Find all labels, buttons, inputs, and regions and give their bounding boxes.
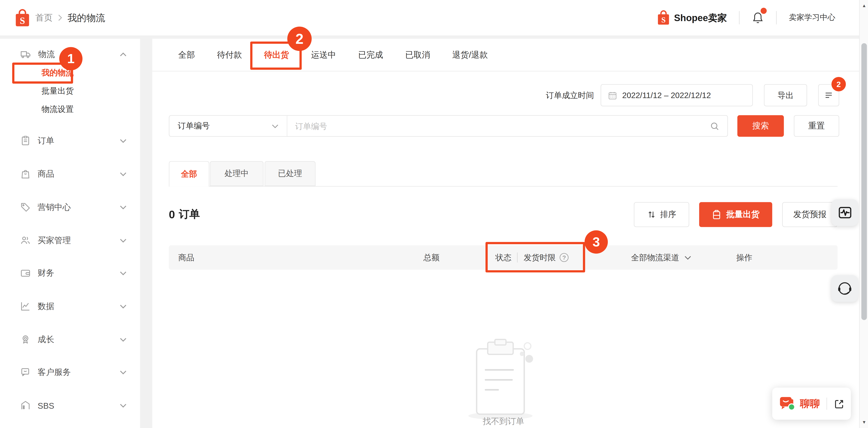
tab-all[interactable]: 全部 [178, 50, 195, 60]
chat-widget[interactable]: 聊聊 [772, 388, 851, 420]
chevron-up-icon [120, 52, 127, 57]
process-subtab-processing[interactable]: 处理中 [210, 161, 264, 186]
learning-center-link[interactable]: 卖家学习中心 [789, 13, 835, 23]
header-right: S Shopee卖家 卖家学习中心 [657, 0, 835, 35]
tag-icon [20, 202, 31, 213]
date-range-value: 2022/11/12 – 2022/12/12 [622, 91, 711, 100]
tab-completed[interactable]: 已完成 [358, 50, 383, 60]
chat-label: 聊聊 [800, 397, 820, 410]
shopee-logo-icon[interactable]: S [15, 8, 30, 27]
chat-icon [779, 396, 796, 411]
sort-button-label: 排序 [660, 209, 676, 220]
shopping-bag-icon [20, 168, 31, 179]
search-input[interactable] [295, 122, 705, 130]
process-subtab-processing-label: 处理中 [225, 168, 249, 179]
brand-name[interactable]: Shopee卖家 [674, 11, 727, 24]
tab-cancelled[interactable]: 已取消 [405, 50, 430, 60]
tabs-divider [152, 71, 859, 71]
svg-text:S: S [20, 15, 25, 26]
notification-bell[interactable] [752, 11, 764, 24]
sidebar-group-buyers[interactable]: 买家管理 [0, 233, 140, 248]
sidebar-group-data[interactable]: 数据 [0, 298, 140, 314]
search-icon [710, 121, 720, 131]
scrollbar-thumb[interactable] [861, 43, 867, 320]
sidebar-label-orders: 订单 [38, 135, 120, 146]
sidebar-group-finance[interactable]: 财务 [0, 265, 140, 281]
empty-state-illustration [463, 337, 544, 420]
breadcrumb-chevron-icon [58, 14, 63, 22]
bulk-ship-button[interactable]: 批量出货 [699, 202, 772, 227]
annotation-badge-step1: 1 [59, 47, 83, 70]
sidebar-label-service: 客户服务 [38, 367, 120, 377]
empty-state-message: 找不到订单 [463, 416, 544, 427]
package-icon [712, 209, 721, 220]
export-button[interactable]: 导出 [764, 84, 807, 106]
chat-bubble-icon [20, 367, 31, 378]
tab-shipping[interactable]: 运送中 [311, 50, 336, 60]
ship-forecast-button[interactable]: 发货预报 [782, 202, 838, 227]
col-total: 总额 [424, 245, 439, 270]
chevron-down-icon [120, 171, 127, 176]
process-subtabs-divider [169, 186, 838, 187]
header-divider [776, 11, 777, 24]
table-header: 商品 总额 状态 发货时限 ? 全部物流渠道 操作 [169, 245, 838, 270]
scrollbar-up-arrow[interactable]: ▲ [860, 3, 868, 8]
warehouse-icon [20, 400, 31, 411]
col-status: 状态 [495, 245, 511, 270]
col-channel-filter[interactable]: 全部物流渠道 [631, 245, 691, 270]
customer-support-widget-button[interactable] [832, 275, 858, 302]
order-count-unit: 订单 [179, 207, 200, 221]
sidebar-group-marketing[interactable]: 营销中心 [0, 199, 140, 215]
sidebar-label-growth: 成长 [38, 334, 120, 344]
chevron-down-icon [120, 238, 127, 243]
annotation-badge-step2: 2 [287, 27, 311, 51]
order-count: 0 订单 [169, 206, 200, 222]
search-type-select[interactable]: 订单编号 [169, 116, 287, 136]
tab-unpaid[interactable]: 待付款 [217, 50, 242, 60]
header-divider [739, 11, 740, 24]
sidebar-group-sbs[interactable]: SBS [0, 398, 140, 413]
search-button[interactable]: 搜索 [737, 115, 784, 137]
sidebar-label-sbs: SBS [38, 401, 120, 410]
bulk-ship-button-label: 批量出货 [726, 209, 760, 220]
sidebar-label-marketing: 营销中心 [38, 202, 120, 212]
users-icon [20, 235, 31, 246]
col-channel-label: 全部物流渠道 [631, 245, 679, 270]
tab-to-ship[interactable]: 待出货 [264, 50, 289, 60]
breadcrumb-home[interactable]: 首页 [35, 12, 53, 24]
order-tabs: 全部 待付款 待出货 运送中 已完成 已取消 退货/退款 [178, 39, 488, 71]
tab-returns[interactable]: 退货/退款 [452, 50, 488, 60]
calendar-icon [608, 91, 617, 100]
search-row: 订单编号 搜索 重置 [169, 115, 839, 137]
help-mark: ? [562, 253, 565, 262]
process-subtab-processed[interactable]: 已处理 [265, 161, 315, 186]
annotation-badge-step3: 3 [585, 230, 608, 253]
sidebar-group-orders[interactable]: 订单 [0, 133, 140, 148]
shopee-seller-logo-icon[interactable]: S [657, 10, 670, 26]
svg-text:S: S [661, 16, 665, 24]
sidebar-group-products[interactable]: 商品 [0, 166, 140, 182]
chevron-down-icon [272, 124, 279, 128]
sidebar-group-service[interactable]: 客户服务 [0, 364, 140, 380]
process-subtab-all-label: 全部 [181, 169, 197, 179]
sidebar-group-growth[interactable]: 成长 [0, 332, 140, 347]
chevron-down-icon [120, 138, 127, 143]
diagnosis-widget-button[interactable] [832, 199, 858, 226]
date-range-picker[interactable]: 2022/11/12 – 2022/12/12 [601, 84, 753, 106]
process-subtab-all[interactable]: 全部 [169, 161, 209, 187]
help-icon[interactable]: ? [560, 253, 568, 262]
seller-center-page: S 首页 我的物流 S Shopee卖家 卖家学习中心 [0, 0, 868, 428]
sidebar-label-buyers: 买家管理 [38, 235, 120, 245]
scrollbar-down-arrow[interactable]: ▼ [860, 420, 868, 425]
search-composite: 订单编号 [169, 115, 728, 137]
reset-button[interactable]: 重置 [794, 115, 839, 137]
chevron-down-icon [120, 271, 127, 275]
chevron-down-icon [120, 337, 127, 342]
page-scrollbar[interactable]: ▲ ▼ [859, 0, 868, 428]
chevron-down-icon [684, 255, 691, 260]
wallet-icon [20, 267, 31, 278]
sort-button[interactable]: 排序 [634, 202, 689, 227]
expand-icon[interactable] [834, 398, 844, 409]
clipboard-icon [20, 135, 31, 146]
sort-icon [647, 210, 656, 219]
